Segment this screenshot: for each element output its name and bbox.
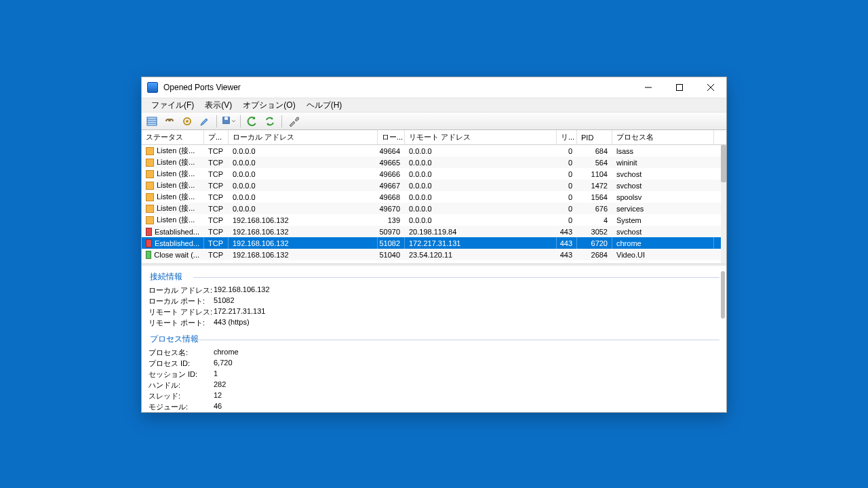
details-scrollbar[interactable] [721,271,725,412]
status-text: Listen (接... [157,192,195,202]
listview-header[interactable]: ステータス プ... ローカル アドレス ロー... リモート アドレス リ..… [142,130,726,145]
menu-help[interactable]: ヘルプ(H) [301,98,348,113]
status-icon [146,228,152,236]
table-row[interactable]: Listen (接...TCP0.0.0.0496650.0.0.00564wi… [142,157,721,168]
cell-process-name: System [612,214,714,226]
cell-pid: 3052 [577,226,612,237]
menu-view[interactable]: 表示(V) [199,98,237,113]
cell-process-name: svchost [612,226,714,237]
listview-body[interactable]: Listen (接...TCP0.0.0.0496640.0.0.00684ls… [142,145,721,263]
app-icon [147,82,158,93]
cell-local-address: 0.0.0.0 [229,180,378,191]
cell-process-name: Video.UI [612,249,714,260]
detail-key: スレッド: [149,391,214,401]
col-pid[interactable]: PID [577,130,612,144]
cell-process-name: svchost [612,168,714,180]
minimize-button[interactable] [633,77,664,98]
status-icon [146,216,154,224]
detail-row: ローカル ポート:51082 [149,296,719,306]
status-text: Listen (接... [157,157,195,167]
cell-remote-address: 0.0.0.0 [405,214,557,226]
cell-remote-port: 0 [557,157,577,168]
tool-autorefresh-icon[interactable] [262,114,277,129]
cell-protocol: TCP [204,168,229,180]
status-icon [146,170,154,178]
cell-local-port: 49664 [378,145,405,157]
cell-process-name: spoolsv [612,191,714,203]
col-protocol[interactable]: プ... [204,130,229,144]
cell-local-address: 0.0.0.0 [229,157,378,168]
maximize-button[interactable] [664,77,695,98]
app-window: Opened Ports Viewer ファイル(F) 表示(V) オプション(… [141,77,727,413]
detail-value: 282 [214,380,226,390]
cell-local-address: 192.168.106.132 [229,226,378,237]
cell-process-name: lsass [612,145,714,157]
cell-remote-port: 443 [557,249,577,260]
cell-pid: 1564 [577,191,612,203]
detail-row: セッション ID:1 [149,369,719,380]
cell-protocol: TCP [204,237,229,249]
cell-local-port: 139 [378,214,405,226]
cell-local-address: 192.168.106.132 [229,249,378,260]
cell-local-address: 192.168.106.132 [229,214,378,226]
table-row[interactable]: Listen (接...TCP0.0.0.0496680.0.0.001564s… [142,191,721,203]
col-process-name[interactable]: プロセス名 [612,130,714,144]
toolbar-separator [281,115,282,127]
scrollbar-thumb[interactable] [721,271,725,319]
cell-pid: 564 [577,157,612,168]
status-text: Close wait (... [154,251,199,259]
cell-remote-address: 20.198.119.84 [405,226,557,237]
status-text: Listen (接... [157,180,195,190]
col-status[interactable]: ステータス [142,130,204,144]
tool-list-icon[interactable] [144,114,159,129]
menubar: ファイル(F) 表示(V) オプション(O) ヘルプ(H) [142,98,726,113]
status-icon [146,251,151,259]
toolbar [142,113,726,130]
detail-value: 443 (https) [214,318,250,328]
status-icon [146,193,154,201]
table-row[interactable]: Listen (接...TCP0.0.0.0496700.0.0.00676se… [142,203,721,214]
cell-protocol: TCP [204,249,229,260]
tool-process-icon[interactable] [180,114,195,129]
cell-remote-port: 0 [557,145,577,157]
vertical-scrollbar[interactable] [721,145,726,263]
col-remote-port[interactable]: リ... [557,130,577,144]
scrollbar-thumb[interactable] [721,145,726,182]
cell-remote-address: 0.0.0.0 [405,180,557,191]
ports-listview[interactable]: ステータス プ... ローカル アドレス ロー... リモート アドレス リ..… [142,130,726,263]
detail-key: リモート アドレス: [149,307,214,317]
detail-key: リモート ポート: [149,318,214,328]
titlebar[interactable]: Opened Ports Viewer [142,77,726,98]
tool-refresh-icon[interactable] [245,114,260,129]
detail-key: ローカル アドレス: [149,285,214,296]
detail-value: 46 [214,402,222,412]
tool-save-icon[interactable] [221,114,236,129]
cell-pid: 2684 [577,249,612,260]
table-row[interactable]: Listen (接...TCP0.0.0.0496640.0.0.00684ls… [142,145,721,157]
cell-protocol: TCP [204,203,229,214]
table-row[interactable]: Close wait (...TCP192.168.106.1325104023… [142,249,721,260]
cell-remote-port: 443 [557,226,577,237]
menu-options[interactable]: オプション(O) [237,98,300,113]
cell-remote-port: 0 [557,180,577,191]
cell-remote-address: 0.0.0.0 [405,203,557,214]
cell-local-port: 51082 [378,237,405,249]
tool-highlight-icon[interactable] [197,114,212,129]
cell-protocol: TCP [204,214,229,226]
table-row[interactable]: Listen (接...TCP0.0.0.0496660.0.0.001104s… [142,168,721,180]
menu-file[interactable]: ファイル(F) [146,98,199,113]
table-row[interactable]: Established...TCP192.168.106.1325097020.… [142,226,721,237]
status-text: Listen (接... [157,146,195,156]
col-local-address[interactable]: ローカル アドレス [229,130,378,144]
tool-settings-icon[interactable] [286,114,301,129]
tool-link-icon[interactable] [162,114,177,129]
table-row[interactable]: Established...TCP192.168.106.13251082172… [142,237,721,249]
table-row[interactable]: Listen (接...TCP0.0.0.0496670.0.0.001472s… [142,180,721,191]
detail-value: 1 [214,369,218,380]
detail-row: モジュール:46 [149,402,719,412]
status-text: Listen (接... [157,215,195,225]
table-row[interactable]: Listen (接...TCP192.168.106.1321390.0.0.0… [142,214,721,226]
col-local-port[interactable]: ロー... [378,130,405,144]
close-button[interactable] [695,77,726,98]
col-remote-address[interactable]: リモート アドレス [405,130,557,144]
